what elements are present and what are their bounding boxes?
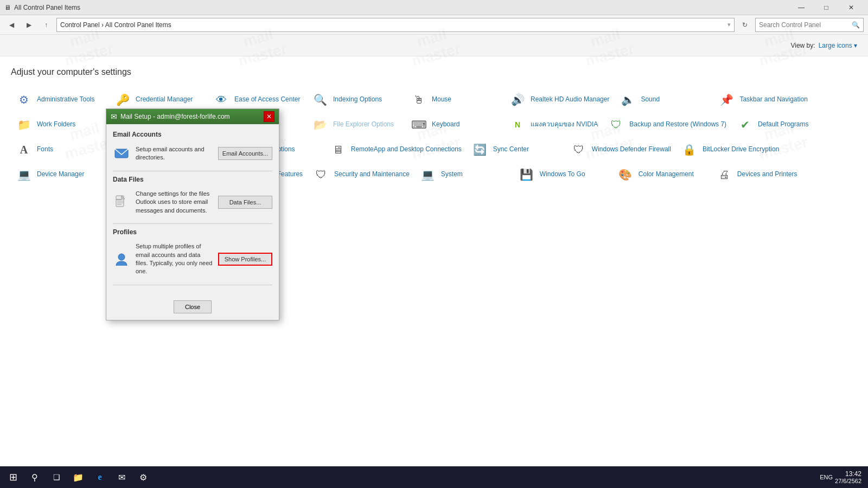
device-mgr-icon: 💻 xyxy=(15,166,33,183)
cp-item-devices-printers[interactable]: 🖨 Devices and Printers xyxy=(711,163,809,187)
color-mgmt-label: Color Management xyxy=(639,170,694,179)
dialog-footer-close-button[interactable]: Close xyxy=(174,300,212,313)
taskbar-time: 13:42 xyxy=(835,470,861,478)
email-accounts-title: Email Accounts xyxy=(113,131,272,138)
up-button[interactable]: ↑ xyxy=(39,18,53,32)
close-button[interactable]: ✕ xyxy=(839,0,864,15)
sound-icon: 🔈 xyxy=(619,91,636,108)
data-files-desc: Change settings for the files Outlook us… xyxy=(136,190,213,215)
cp-item-work-folders[interactable]: 📁 Work Folders xyxy=(11,113,108,137)
minimize-button[interactable]: — xyxy=(789,0,814,15)
admin-tools-icon: ⚙ xyxy=(15,91,33,108)
cp-item-win-go[interactable]: 💾 Windows To Go xyxy=(514,163,611,187)
view-by-label: View by: xyxy=(790,42,815,49)
email-accounts-row: Setup email accounts and directories. Em… xyxy=(113,143,272,164)
cp-item-win-defender[interactable]: 🛡 Windows Defender Firewall xyxy=(566,138,675,162)
win-defender-icon: 🛡 xyxy=(570,141,588,158)
cp-item-device-mgr[interactable]: 💻 Device Manager xyxy=(11,163,108,187)
cp-item-taskbar[interactable]: 📌 Taskbar and Navigation xyxy=(713,88,812,112)
taskbar-icon: 📌 xyxy=(718,91,735,108)
search-button[interactable]: ⚲ xyxy=(24,466,46,488)
mail-taskbar-button[interactable]: ✉ xyxy=(111,466,132,488)
indexing-icon: 🔍 xyxy=(311,91,329,108)
email-accounts-button[interactable]: Email Accounts... xyxy=(218,147,272,160)
work-folders-icon: 📁 xyxy=(15,116,33,133)
titlebar-text: All Control Panel Items xyxy=(14,4,80,11)
realtek-icon: 🔊 xyxy=(509,91,526,108)
titlebar-title: 🖥 All Control Panel Items xyxy=(4,4,80,11)
cp-item-indexing[interactable]: 🔍 Indexing Options xyxy=(307,88,405,112)
data-files-row: Change settings for the files Outlook us… xyxy=(113,188,272,217)
file-explorer-label: File Explorer Options xyxy=(333,120,394,129)
cp-item-bitlocker[interactable]: 🔒 BitLocker Drive Encryption xyxy=(676,138,783,162)
start-button[interactable]: ⊞ xyxy=(2,466,24,488)
credential-mgr-icon: 🔑 xyxy=(114,91,131,108)
view-by-control: View by: Large icons ▾ xyxy=(790,42,857,49)
section-divider-1 xyxy=(113,171,272,171)
file-explorer-button[interactable]: 📁 xyxy=(67,466,89,488)
cp-item-remoteapp[interactable]: 🖥 RemoteApp and Desktop Connections xyxy=(325,138,466,162)
addressbar: ◀ ▶ ↑ Control Panel › All Control Panel … xyxy=(0,15,868,35)
task-view-button[interactable]: ❑ xyxy=(46,466,67,488)
mouse-label: Mouse xyxy=(432,95,451,104)
cp-item-color-mgmt[interactable]: 🎨 Color Management xyxy=(612,163,710,187)
search-bar[interactable]: 🔍 xyxy=(755,18,864,32)
breadcrumb-text: Control Panel › All Control Panel Items xyxy=(60,21,171,29)
cp-item-security[interactable]: 🛡 Security and Maintenance xyxy=(308,163,414,187)
cp-item-mouse[interactable]: 🖱 Mouse xyxy=(406,88,503,112)
win-go-label: Windows To Go xyxy=(540,170,585,179)
cp-item-sound[interactable]: 🔈 Sound xyxy=(615,88,712,112)
dialog-title-text: Mail Setup - admin@forest-forlife.com xyxy=(120,113,264,120)
cp-item-backup[interactable]: 🛡 Backup and Restore (Windows 7) xyxy=(603,113,731,137)
system-label: System xyxy=(441,170,463,179)
cp-item-sync-center[interactable]: 🔄 Sync Center xyxy=(467,138,565,162)
backup-label: Backup and Restore (Windows 7) xyxy=(629,120,726,129)
settings-taskbar-button[interactable]: ⚙ xyxy=(132,466,154,488)
taskbar-label: Taskbar and Navigation xyxy=(739,95,807,104)
dialog-titlebar: ✉ Mail Setup - admin@forest-forlife.com … xyxy=(106,109,279,124)
cp-item-fonts[interactable]: A Fonts xyxy=(11,138,108,162)
email-accounts-desc: Setup email accounts and directories. xyxy=(136,145,213,162)
forward-button[interactable]: ▶ xyxy=(22,18,36,32)
credential-mgr-label: Credential Manager xyxy=(136,95,193,104)
cp-item-file-explorer[interactable]: 📂 File Explorer Options xyxy=(307,113,405,137)
admin-tools-label: Administrative Tools xyxy=(37,95,95,104)
profiles-section: Profiles Setup multiple profiles of emai… xyxy=(113,228,272,278)
indexing-label: Indexing Options xyxy=(333,95,382,104)
view-by-value[interactable]: Large icons ▾ xyxy=(819,42,857,49)
data-files-title: Data Files xyxy=(113,176,272,183)
cp-item-keyboard[interactable]: ⌨ Keyboard xyxy=(406,113,503,137)
work-folders-label: Work Folders xyxy=(37,120,75,129)
data-files-button[interactable]: Data Files... xyxy=(218,196,272,209)
device-mgr-label: Device Manager xyxy=(37,170,84,179)
mail-setup-dialog: ✉ Mail Setup - admin@forest-forlife.com … xyxy=(106,108,279,320)
titlebar-icon: 🖥 xyxy=(4,4,11,11)
win-defender-label: Windows Defender Firewall xyxy=(592,145,671,154)
dialog-title-icon: ✉ xyxy=(111,112,117,121)
ease-access-label: Ease of Access Center xyxy=(234,95,300,104)
bitlocker-icon: 🔒 xyxy=(681,141,698,158)
cp-item-system[interactable]: 💻 System xyxy=(415,163,513,187)
back-button[interactable]: ◀ xyxy=(4,18,18,32)
cp-item-default-prog[interactable]: ✔ Default Programs xyxy=(732,113,829,137)
search-input[interactable] xyxy=(759,21,852,29)
search-icon: 🔍 xyxy=(852,21,860,29)
dialog-close-button[interactable]: ✕ xyxy=(264,111,275,122)
cp-item-admin-tools[interactable]: ⚙ Administrative Tools xyxy=(11,88,108,112)
maximize-button[interactable]: □ xyxy=(814,0,839,15)
breadcrumb[interactable]: Control Panel › All Control Panel Items … xyxy=(56,18,735,32)
edge-button[interactable]: e xyxy=(89,466,111,488)
ease-access-icon: 👁 xyxy=(213,91,230,108)
cp-item-realtek[interactable]: 🔊 Realtek HD Audio Manager xyxy=(505,88,614,112)
security-icon: 🛡 xyxy=(312,166,330,183)
mouse-icon: 🖱 xyxy=(410,91,427,108)
profiles-icon xyxy=(113,251,130,268)
refresh-button[interactable]: ↻ xyxy=(738,18,752,32)
default-prog-icon: ✔ xyxy=(736,116,754,133)
data-files-section: Data Files Change settings f xyxy=(113,176,272,217)
section-divider-3 xyxy=(113,285,272,285)
taskbar-date: 27/6/2562 xyxy=(835,478,861,484)
cp-item-nvidia[interactable]: N แผงควบคุมของ NVIDIA xyxy=(505,113,602,137)
show-profiles-button[interactable]: Show Profiles... xyxy=(218,253,272,266)
taskbar-lang: ENG xyxy=(820,474,833,480)
